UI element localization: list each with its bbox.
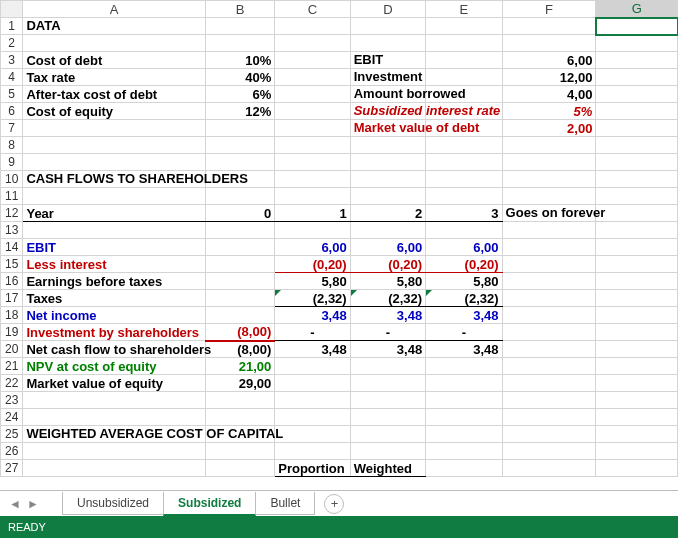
cell[interactable] (275, 188, 350, 205)
cell[interactable]: 3 (426, 205, 502, 222)
cell[interactable] (596, 460, 678, 477)
cell[interactable] (502, 239, 596, 256)
cell[interactable]: (8,00) (205, 341, 274, 358)
cell[interactable]: Earnings before taxes (23, 273, 206, 290)
cell[interactable] (275, 392, 350, 409)
tab-nav-next-icon[interactable]: ► (26, 497, 40, 511)
cell[interactable]: Investment (350, 69, 425, 86)
cell[interactable]: 40% (205, 69, 274, 86)
cell[interactable]: CASH FLOWS TO SHAREHOLDERS (23, 171, 206, 188)
row-header[interactable]: 9 (1, 154, 23, 171)
cell[interactable]: 12,00 (502, 69, 596, 86)
cell[interactable] (596, 222, 678, 239)
cell[interactable] (596, 239, 678, 256)
cell[interactable] (275, 35, 350, 52)
cell[interactable] (205, 35, 274, 52)
cell[interactable] (205, 443, 274, 460)
cell[interactable] (596, 52, 678, 69)
cell[interactable] (205, 392, 274, 409)
cell[interactable] (350, 222, 425, 239)
cell[interactable] (205, 409, 274, 426)
cell[interactable]: (0,20) (350, 256, 425, 273)
cell[interactable] (23, 188, 206, 205)
row-header[interactable]: 11 (1, 188, 23, 205)
row-header[interactable]: 21 (1, 358, 23, 375)
cell[interactable] (596, 205, 678, 222)
cell[interactable] (426, 18, 502, 35)
cell[interactable]: 3,48 (275, 307, 350, 324)
cell[interactable]: Investment by shareholders (23, 324, 206, 341)
add-sheet-button[interactable]: + (324, 494, 344, 514)
row-header[interactable]: 26 (1, 443, 23, 460)
cell[interactable] (23, 154, 206, 171)
row-header[interactable]: 25 (1, 426, 23, 443)
cell[interactable] (23, 443, 206, 460)
cell[interactable] (596, 273, 678, 290)
cell[interactable]: 5,80 (426, 273, 502, 290)
cell[interactable] (205, 256, 274, 273)
cell[interactable] (596, 392, 678, 409)
cell[interactable] (275, 375, 350, 392)
cell[interactable] (502, 375, 596, 392)
cell[interactable] (350, 426, 425, 443)
cell[interactable] (596, 171, 678, 188)
cell[interactable] (596, 426, 678, 443)
cell[interactable] (596, 103, 678, 120)
cell[interactable] (596, 375, 678, 392)
cell[interactable]: Subsidized interest rate (350, 103, 425, 120)
row-header[interactable]: 13 (1, 222, 23, 239)
cell[interactable]: 12% (205, 103, 274, 120)
cell[interactable] (205, 460, 274, 477)
row-header[interactable]: 6 (1, 103, 23, 120)
cell[interactable]: 0 (205, 205, 274, 222)
cell[interactable] (205, 120, 274, 137)
cell[interactable]: 2,00 (502, 120, 596, 137)
cell[interactable] (596, 358, 678, 375)
cell[interactable] (596, 137, 678, 154)
cell[interactable] (205, 18, 274, 35)
cell[interactable] (596, 69, 678, 86)
cell[interactable] (426, 52, 502, 69)
cell[interactable]: Market value of equity (23, 375, 206, 392)
cell[interactable]: 29,00 (205, 375, 274, 392)
cell[interactable] (502, 460, 596, 477)
cell[interactable] (596, 324, 678, 341)
cell[interactable] (426, 69, 502, 86)
row-header[interactable]: 23 (1, 392, 23, 409)
row-header[interactable]: 4 (1, 69, 23, 86)
row-header[interactable]: 1 (1, 18, 23, 35)
cell[interactable]: Taxes (23, 290, 206, 307)
row-header[interactable]: 24 (1, 409, 23, 426)
row-header[interactable]: 7 (1, 120, 23, 137)
tab-nav-prev-icon[interactable]: ◄ (8, 497, 22, 511)
row-header[interactable]: 20 (1, 341, 23, 358)
col-header-G[interactable]: G (596, 1, 678, 18)
cell[interactable] (596, 120, 678, 137)
cell[interactable] (205, 290, 274, 307)
cell[interactable] (502, 137, 596, 154)
cell[interactable] (502, 18, 596, 35)
cell[interactable] (23, 120, 206, 137)
cell[interactable]: Goes on forever (502, 205, 596, 222)
cell[interactable]: Net cash flow to shareholders (23, 341, 206, 358)
cell[interactable] (205, 239, 274, 256)
cell[interactable] (502, 409, 596, 426)
cell[interactable] (205, 273, 274, 290)
cell[interactable] (596, 154, 678, 171)
cell[interactable]: (2,32) (275, 290, 350, 307)
cell[interactable] (596, 290, 678, 307)
cell[interactable] (23, 137, 206, 154)
cell[interactable] (502, 307, 596, 324)
cell[interactable] (426, 171, 502, 188)
cell[interactable] (502, 426, 596, 443)
cell[interactable] (275, 409, 350, 426)
row-header[interactable]: 2 (1, 35, 23, 52)
row-header[interactable]: 16 (1, 273, 23, 290)
cell[interactable]: Proportion (275, 460, 350, 477)
col-header-C[interactable]: C (275, 1, 350, 18)
cell[interactable]: Year (23, 205, 206, 222)
cell[interactable] (502, 256, 596, 273)
cell[interactable]: NPV at cost of equity (23, 358, 206, 375)
cell[interactable] (426, 222, 502, 239)
row-header[interactable]: 12 (1, 205, 23, 222)
